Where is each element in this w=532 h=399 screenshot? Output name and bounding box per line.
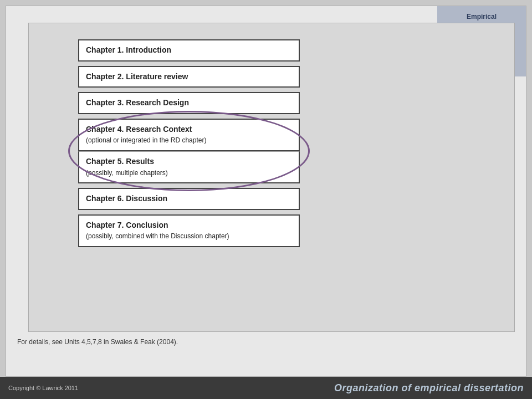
chapter-3-box: Chapter 3. Research Design: [78, 92, 300, 114]
chapter-6-box: Chapter 6. Discussion: [78, 188, 300, 210]
chapters-group-4-5: Chapter 4. Research Context(optional or …: [78, 119, 300, 183]
bottom-title: Organization of empirical dissertation: [334, 382, 524, 394]
chapter-4-box: Chapter 4. Research Context(optional or …: [78, 119, 300, 151]
chapter-1-box: Chapter 1. Introduction: [78, 39, 300, 62]
copyright-text: Copyright © Lawrick 2011: [8, 385, 78, 391]
chapter-2-box: Chapter 2. Literature review: [78, 66, 300, 88]
chapter-3-label: Chapter 3. Research Design: [86, 98, 189, 107]
chapters-wrapper: Chapter 1. Introduction Chapter 2. Liter…: [78, 39, 300, 252]
chapter-5-box: Chapter 5. Results(possibly, multiple ch…: [78, 151, 300, 183]
content-area: Empirical(research-based) Introduction M…: [6, 6, 526, 377]
footer-note: For details, see Units 4,5,7,8 in Swales…: [17, 338, 178, 346]
chapter-6-label: Chapter 6. Discussion: [86, 194, 167, 203]
chapter-5-label: Chapter 5. Results(possibly, multiple ch…: [86, 157, 168, 177]
chapter-7-box: Chapter 7. Conclusion(possibly, combined…: [78, 214, 300, 247]
main-container: Empirical(research-based) Introduction M…: [0, 0, 532, 399]
chapter-7-label: Chapter 7. Conclusion(possibly, combined…: [86, 221, 229, 241]
chapter-1-label: Chapter 1. Introduction: [86, 45, 171, 54]
bottom-bar: Copyright © Lawrick 2011 Organization of…: [0, 377, 532, 399]
chapter-2-label: Chapter 2. Literature review: [86, 72, 188, 81]
chapter-4-label: Chapter 4. Research Context(optional or …: [86, 125, 206, 145]
